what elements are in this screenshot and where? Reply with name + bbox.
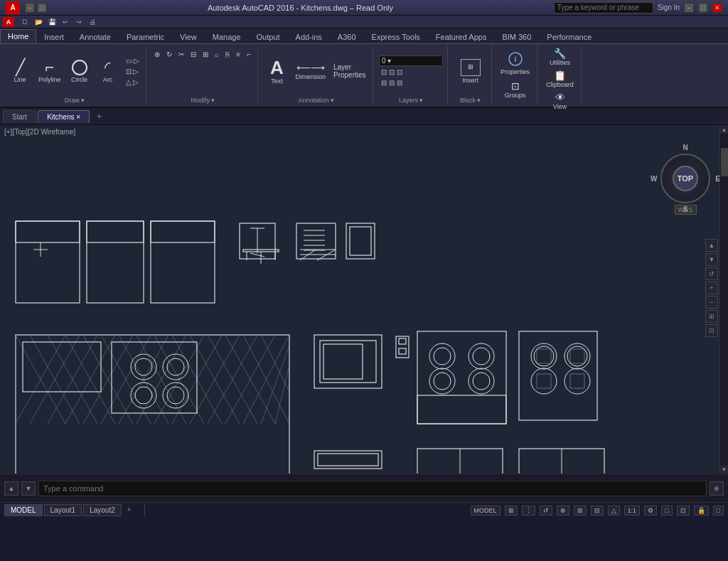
tab-bim360[interactable]: BIM 360 <box>494 29 539 43</box>
doc-tab-start[interactable]: Start <box>3 110 36 123</box>
nav-zoom-window[interactable]: ⊞ <box>705 310 718 323</box>
tab-addins[interactable]: Add-ins <box>288 29 330 43</box>
compass-circle[interactable]: TOP <box>660 154 710 203</box>
window-close-btn[interactable]: ✕ <box>712 3 722 13</box>
annotate-btn[interactable]: □ <box>661 506 672 515</box>
polyline-tool[interactable]: ⌐ Polyline <box>36 58 64 85</box>
nav-zoom-out[interactable]: − <box>705 296 718 309</box>
otrack-btn[interactable]: ⊟ <box>591 506 604 515</box>
nav-orbit[interactable]: ↺ <box>705 267 718 280</box>
modify-fillet[interactable]: ⌐ <box>245 50 253 59</box>
qa-new[interactable]: 🗋 <box>19 16 31 28</box>
layout1-tab[interactable]: Layout1 <box>44 504 82 516</box>
tab-home[interactable]: Home <box>0 29 36 43</box>
modify-stretch[interactable]: ⌕ <box>213 50 221 59</box>
qa-print[interactable]: 🖨 <box>87 16 98 28</box>
qa-redo[interactable]: ↪ <box>73 16 85 28</box>
search-input[interactable] <box>554 2 653 14</box>
scroll-down[interactable]: ▼ <box>720 465 729 474</box>
nav-zoom-in[interactable]: + <box>705 282 718 294</box>
tab-manage[interactable]: Manage <box>205 29 249 43</box>
modify-move[interactable]: ⊕ <box>152 50 162 59</box>
qa-open[interactable]: 📂 <box>33 16 44 28</box>
minimize-btn[interactable]: − <box>25 3 35 13</box>
doc-tab-kitchens[interactable]: Kitchens × <box>38 110 90 123</box>
utilities-tool[interactable]: 🔧 Utilities <box>547 47 573 68</box>
modify-rotate[interactable]: ↻ <box>164 50 174 59</box>
cmd-keyboard-btn[interactable]: ⊕ <box>710 481 724 496</box>
line-tool[interactable]: ╱ Line <box>7 58 33 85</box>
modify-trim[interactable]: ✂ <box>176 50 186 59</box>
view-tool[interactable]: 👁 View <box>547 91 573 112</box>
cmd-down-btn[interactable]: ▼ <box>21 481 36 496</box>
app-menu-btn[interactable]: A <box>3 17 14 27</box>
qa-undo[interactable]: ↩ <box>60 16 71 28</box>
draw-extra-1[interactable]: ▭ ▷ <box>124 56 142 65</box>
fullscreen-btn[interactable]: □ <box>713 506 724 515</box>
restore-btn[interactable]: □ <box>37 3 47 13</box>
groups-tool[interactable]: ⊡ Groups <box>502 80 529 100</box>
modify-copy[interactable]: ⎘ <box>223 50 232 59</box>
nav-pan-down[interactable]: ▼ <box>705 253 718 266</box>
layer-dropdown[interactable]: 0 ▾ <box>379 55 443 66</box>
snap-btn[interactable]: ⋮ <box>522 506 535 515</box>
layers-group-label[interactable]: Layers ▾ <box>399 97 423 104</box>
scale-btn[interactable]: 1:1 <box>624 506 641 515</box>
grid-btn[interactable]: ⊞ <box>505 506 518 515</box>
layout2-tab[interactable]: Layout2 <box>83 504 122 516</box>
modify-scale[interactable]: ⊞ <box>200 50 210 59</box>
window-maximize-btn[interactable]: □ <box>698 3 708 13</box>
ui-lock-btn[interactable]: 🔒 <box>694 506 709 515</box>
sign-in-btn[interactable]: Sign In <box>658 4 680 11</box>
tab-annotate[interactable]: Annotate <box>72 29 119 43</box>
tab-perf[interactable]: Performance <box>539 29 599 43</box>
new-tab-btn[interactable]: + <box>91 109 107 124</box>
scroll-up[interactable]: ▲ <box>720 125 729 134</box>
layer-tool-2[interactable]: ⊟ ⊟ ⊟ <box>379 78 405 87</box>
compass-wrapper[interactable]: N S E W TOP <box>660 154 710 203</box>
model-space-btn[interactable]: MODEL <box>471 506 500 515</box>
layer-tool-1[interactable]: ⊡ ⊡ ⊡ <box>379 68 405 77</box>
modify-offset[interactable]: ≡ <box>234 50 242 59</box>
cad-drawing[interactable]: Y <box>0 125 728 474</box>
settings-btn[interactable]: ⚙ <box>644 506 657 515</box>
tab-express[interactable]: Express Tools <box>364 29 428 43</box>
clipboard-tool[interactable]: 📋 Clipboard <box>543 69 577 90</box>
add-layout-btn[interactable]: + <box>123 504 136 516</box>
view-top-btn[interactable]: TOP <box>673 166 698 191</box>
layer-props[interactable]: LayerProperties <box>331 63 368 80</box>
model-tab[interactable]: MODEL <box>4 504 43 516</box>
block-group-label[interactable]: Block ▾ <box>460 97 481 104</box>
main-viewport[interactable]: [+][Top][2D Wireframe] <box>0 125 728 474</box>
insert-tool[interactable]: ⊞ Insert <box>458 58 483 85</box>
tab-view[interactable]: View <box>172 29 205 43</box>
arc-tool[interactable]: ◜ Arc <box>95 58 121 85</box>
tab-featured[interactable]: Featured Apps <box>428 29 495 43</box>
cmd-up-btn[interactable]: ▲ <box>4 481 18 496</box>
tab-parametric[interactable]: Parametric <box>119 29 172 43</box>
tab-insert[interactable]: Insert <box>36 29 72 43</box>
modify-mirror[interactable]: ⊟ <box>188 50 198 59</box>
ducs-btn[interactable]: △ <box>608 506 620 515</box>
scroll-thumb[interactable] <box>721 148 728 176</box>
nav-pan-up[interactable]: ▲ <box>705 239 718 252</box>
draw-extra-2[interactable]: ⊡ ▷ <box>124 67 142 76</box>
draw-group-label[interactable]: Draw ▾ <box>65 97 85 104</box>
draw-extra-3[interactable]: △ ▷ <box>124 78 142 87</box>
polar-btn[interactable]: ⊕ <box>557 506 569 515</box>
window-minimize-btn[interactable]: − <box>684 3 694 13</box>
annotation-group-label[interactable]: Annotation ▾ <box>298 97 333 104</box>
tab-a360[interactable]: A360 <box>330 29 364 43</box>
tab-output[interactable]: Output <box>249 29 288 43</box>
text-tool[interactable]: A Text <box>264 57 289 86</box>
circle-tool[interactable]: Circle <box>67 58 92 85</box>
ortho-btn[interactable]: ↺ <box>540 506 552 515</box>
dimension-tool[interactable]: ⟵⟶ Dimension <box>292 61 328 82</box>
nav-zoom-extent[interactable]: ⊡ <box>705 324 718 337</box>
modify-group-label[interactable]: Modify ▾ <box>191 97 215 104</box>
properties-tool[interactable]: i Properties <box>498 49 532 77</box>
osnap-btn[interactable]: ⊞ <box>574 506 587 515</box>
qa-save[interactable]: 💾 <box>46 16 58 28</box>
scroll-track[interactable] <box>721 134 728 465</box>
workspace-btn[interactable]: ⊡ <box>677 506 690 515</box>
